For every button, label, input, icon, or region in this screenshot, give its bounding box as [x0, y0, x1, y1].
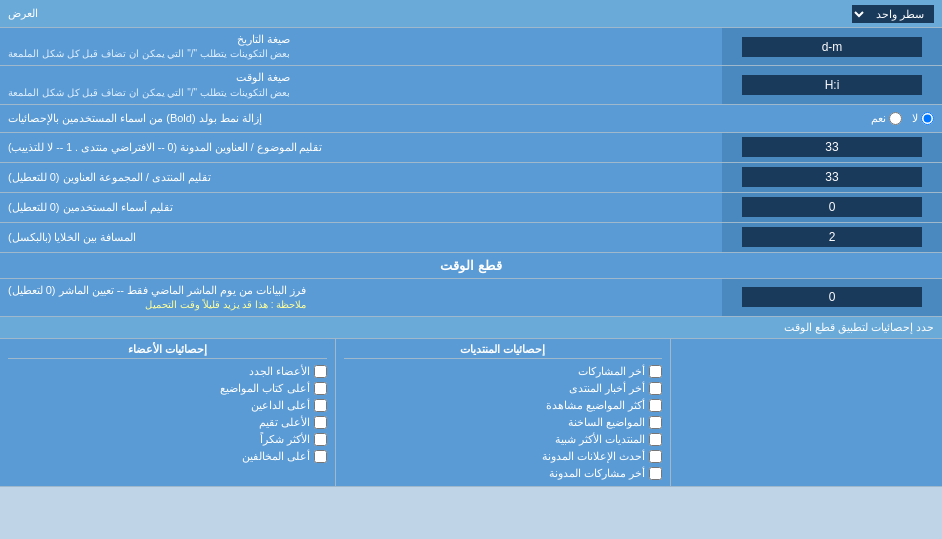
label-posts-2: أخر أخبار المنتدى	[569, 382, 645, 395]
cb-members-1[interactable]	[314, 365, 327, 378]
cb-posts-7[interactable]	[649, 467, 662, 480]
main-container: سطر واحدسطرينثلاثة أسطر العرض صيغة التار…	[0, 0, 942, 487]
bold-yes-radio[interactable]	[889, 112, 902, 125]
time-cut-label: فرز البيانات من يوم الماشر الماضي فقط --…	[0, 279, 722, 316]
topics-trim-input[interactable]	[742, 137, 922, 157]
cb-members-2[interactable]	[314, 382, 327, 395]
time-format-label: صيغة الوقت بعض التكوينات يتطلب "/" التي …	[0, 66, 722, 103]
stats-col-empty	[670, 339, 942, 486]
label-posts-4: المواضيع الساخنة	[568, 416, 645, 429]
cell-spacing-input-container	[722, 223, 942, 252]
stats-item: الأكثر شكراً	[8, 431, 327, 448]
label-members-4: الأعلى تقيم	[259, 416, 310, 429]
topics-trim-row: تقليم الموضوع / العناوين المدونة (0 -- ا…	[0, 133, 942, 163]
cell-spacing-label: المسافة بين الخلايا (بالبكسل)	[0, 223, 722, 252]
label-posts-5: المنتديات الأكثر شبية	[555, 433, 645, 446]
cb-members-4[interactable]	[314, 416, 327, 429]
stats-col-members: إحصائيات الأعضاء الأعضاء الجدد أعلى كتاب…	[0, 339, 335, 486]
stats-item: الأعلى تقيم	[8, 414, 327, 431]
label-posts-7: أخر مشاركات المدونة	[549, 467, 645, 480]
time-cut-input[interactable]	[742, 287, 922, 307]
time-format-input[interactable]	[742, 75, 922, 95]
topics-trim-label: تقليم الموضوع / العناوين المدونة (0 -- ا…	[0, 133, 722, 162]
usernames-trim-input[interactable]	[742, 197, 922, 217]
stats-item: الأعضاء الجدد	[8, 363, 327, 380]
time-format-row: صيغة الوقت بعض التكوينات يتطلب "/" التي …	[0, 66, 942, 104]
label-members-6: أعلى المخالفين	[242, 450, 310, 463]
date-format-input[interactable]	[742, 37, 922, 57]
stats-item: المنتديات الأكثر شبية	[344, 431, 663, 448]
stats-item: أخر أخبار المنتدى	[344, 380, 663, 397]
usernames-trim-row: تقليم أسماء المستخدمين (0 للتعطيل)	[0, 193, 942, 223]
stats-col-posts: إحصائيات المنتديات أخر المشاركات أخر أخب…	[335, 339, 671, 486]
topics-trim-input-container	[722, 133, 942, 162]
posts-col-title: إحصائيات المنتديات	[344, 343, 663, 359]
cb-posts-2[interactable]	[649, 382, 662, 395]
stats-item: أكثر المواضيع مشاهدة	[344, 397, 663, 414]
bold-no-label[interactable]: لا	[912, 112, 934, 125]
cb-members-6[interactable]	[314, 450, 327, 463]
stats-item: أعلى كتاب المواضيع	[8, 380, 327, 397]
time-format-input-container	[722, 66, 942, 103]
stats-header: حدد إحصائيات لتطبيق قطع الوقت	[0, 317, 942, 339]
bold-remove-row: لا نعم إزالة نمط بولد (Bold) من اسماء ال…	[0, 105, 942, 133]
label-members-2: أعلى كتاب المواضيع	[220, 382, 309, 395]
date-format-row: صيغة التاريخ بعض التكوينات يتطلب "/" الت…	[0, 28, 942, 66]
display-row: سطر واحدسطرينثلاثة أسطر العرض	[0, 0, 942, 28]
cb-members-5[interactable]	[314, 433, 327, 446]
label-members-5: الأكثر شكراً	[260, 433, 310, 446]
cb-members-3[interactable]	[314, 399, 327, 412]
usernames-trim-label: تقليم أسماء المستخدمين (0 للتعطيل)	[0, 193, 722, 222]
stats-item: المواضيع الساخنة	[344, 414, 663, 431]
display-dropdown[interactable]: سطر واحدسطرينثلاثة أسطر	[852, 5, 934, 23]
bold-no-radio[interactable]	[921, 112, 934, 125]
time-cut-header: قطع الوقت	[0, 253, 942, 279]
display-label: العرض	[8, 7, 38, 20]
forum-trim-row: تقليم المنتدى / المجموعة العناوين (0 للت…	[0, 163, 942, 193]
cb-posts-1[interactable]	[649, 365, 662, 378]
time-cut-row: فرز البيانات من يوم الماشر الماضي فقط --…	[0, 279, 942, 317]
cell-spacing-row: المسافة بين الخلايا (بالبكسل)	[0, 223, 942, 253]
label-members-1: الأعضاء الجدد	[249, 365, 310, 378]
label-posts-6: أحدث الإعلانات المدونة	[542, 450, 645, 463]
date-format-input-container	[722, 28, 942, 65]
label-posts-3: أكثر المواضيع مشاهدة	[546, 399, 645, 412]
members-col-title: إحصائيات الأعضاء	[8, 343, 327, 359]
stats-section: حدد إحصائيات لتطبيق قطع الوقت إحصائيات ا…	[0, 317, 942, 487]
stats-item: أعلى الداعين	[8, 397, 327, 414]
cell-spacing-input[interactable]	[742, 227, 922, 247]
usernames-trim-input-container	[722, 193, 942, 222]
cb-posts-3[interactable]	[649, 399, 662, 412]
bold-yes-label[interactable]: نعم	[871, 112, 902, 125]
cb-posts-4[interactable]	[649, 416, 662, 429]
stats-grid: إحصائيات المنتديات أخر المشاركات أخر أخب…	[0, 339, 942, 486]
bold-radio-group: لا نعم	[871, 112, 934, 125]
forum-trim-input-container	[722, 163, 942, 192]
bold-label: إزالة نمط بولد (Bold) من اسماء المستخدمي…	[8, 112, 262, 125]
label-members-3: أعلى الداعين	[251, 399, 310, 412]
cb-posts-6[interactable]	[649, 450, 662, 463]
stats-item: أحدث الإعلانات المدونة	[344, 448, 663, 465]
cb-posts-5[interactable]	[649, 433, 662, 446]
stats-item: أخر مشاركات المدونة	[344, 465, 663, 482]
stats-item: أعلى المخالفين	[8, 448, 327, 465]
date-format-label: صيغة التاريخ بعض التكوينات يتطلب "/" الت…	[0, 28, 722, 65]
forum-trim-input[interactable]	[742, 167, 922, 187]
stats-item: أخر المشاركات	[344, 363, 663, 380]
forum-trim-label: تقليم المنتدى / المجموعة العناوين (0 للت…	[0, 163, 722, 192]
label-posts-1: أخر المشاركات	[578, 365, 645, 378]
time-cut-input-container	[722, 279, 942, 316]
